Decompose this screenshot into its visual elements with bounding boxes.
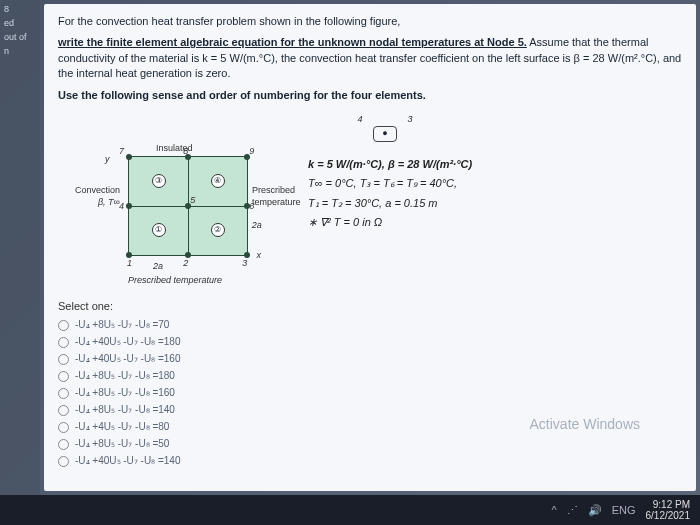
center-circle-icon: ● — [373, 126, 397, 142]
param-k: k = 5 W/(m·°C), β = 28 W/(m²·°C) — [308, 156, 472, 174]
dim-2a-b: 2a — [153, 260, 278, 273]
n7: 7 — [119, 145, 124, 158]
taskbar[interactable]: ^ ⋰ 🔊 ENG 9:12 PM 6/12/2021 — [0, 495, 700, 525]
sound-icon[interactable]: 🔊 — [588, 504, 602, 517]
radio-icon[interactable] — [58, 354, 69, 365]
n6: 6 — [249, 200, 254, 213]
y-axis: y — [105, 153, 110, 166]
lang-indicator[interactable]: ENG — [612, 504, 636, 516]
option-2[interactable]: -U₄ +40U₅ -U₇ -U₈ =160 — [58, 352, 682, 366]
radio-icon[interactable] — [58, 422, 69, 433]
option-7[interactable]: -U₄ +8U₅ -U₇ -U₈ =50 — [58, 437, 682, 451]
n9: 9 — [249, 145, 254, 158]
param-gov: ∗ ∇² T = 0 in Ω — [308, 214, 472, 232]
tray-up-icon[interactable]: ^ — [551, 504, 556, 516]
radio-icon[interactable] — [58, 405, 69, 416]
radio-icon[interactable] — [58, 371, 69, 382]
instruction: Use the following sense and order of num… — [58, 88, 682, 103]
parameters: k = 5 W/(m·°C), β = 28 W/(m²·°C) T∞ = 0°… — [308, 156, 472, 234]
radio-icon[interactable] — [58, 320, 69, 331]
prompt-line1: For the convection heat transfer problem… — [58, 14, 682, 29]
option-1[interactable]: -U₄ +40U₅ -U₇ -U₈ =180 — [58, 335, 682, 349]
option-0[interactable]: -U₄ +8U₅ -U₇ -U₈ =70 — [58, 318, 682, 332]
node-3-top: 3 — [408, 114, 413, 124]
radio-icon[interactable] — [58, 439, 69, 450]
clock[interactable]: 9:12 PM 6/12/2021 — [646, 499, 691, 521]
grid-box: ③ ④ ① ② 7 8 9 4 5 — [128, 156, 248, 256]
mesh-diagram: Insulated Convection β, T∞ Prescribed te… — [98, 156, 278, 287]
radio-icon[interactable] — [58, 388, 69, 399]
status-ed: ed — [4, 18, 36, 28]
param-t1: T₁ = T₂ = 30°C, a = 0.15 m — [308, 195, 472, 213]
n1: 1 — [127, 257, 132, 270]
radio-icon[interactable] — [58, 337, 69, 348]
n8: 8 — [183, 145, 188, 158]
elem-1: ① — [152, 223, 166, 237]
status-n: n — [4, 46, 36, 56]
elem-3: ③ — [152, 174, 166, 188]
radio-icon[interactable] — [58, 456, 69, 467]
status-outof: out of — [4, 32, 36, 42]
param-tinf: T∞ = 0°C, T₃ = T₆ = T₉ = 40°C, — [308, 175, 472, 193]
question-sidebar: 8 ed out of n — [0, 0, 40, 495]
mark-badge: 8 — [4, 4, 36, 14]
wifi-icon[interactable]: ⋰ — [567, 504, 578, 517]
dim-2a-r: 2a — [252, 219, 262, 232]
activate-windows-watermark: Activate Windows — [530, 415, 640, 435]
node-4-top: 4 — [357, 114, 362, 124]
prompt-line2: write the finite element algebraic equat… — [58, 35, 682, 81]
option-4[interactable]: -U₄ +8U₅ -U₇ -U₈ =160 — [58, 386, 682, 400]
question-content: For the convection heat transfer problem… — [44, 4, 696, 491]
option-3[interactable]: -U₄ +8U₅ -U₇ -U₈ =180 — [58, 369, 682, 383]
option-8[interactable]: -U₄ +40U₅ -U₇ -U₈ =140 — [58, 454, 682, 468]
app-screen: 8 ed out of n For the convection heat tr… — [0, 0, 700, 495]
prescribed-label: Prescribed temperature — [252, 184, 301, 209]
figure-area: Insulated Convection β, T∞ Prescribed te… — [98, 156, 682, 287]
convection-label: Convection β, T∞ — [60, 184, 120, 209]
prompt-underline: write the finite element algebraic equat… — [58, 36, 527, 48]
elem-2: ② — [211, 223, 225, 237]
select-one-label: Select one: — [58, 299, 682, 314]
n4: 4 — [119, 200, 124, 213]
n5: 5 — [190, 194, 195, 207]
elem-4: ④ — [211, 174, 225, 188]
prescribed-bottom: Prescribed temperature — [128, 274, 278, 287]
options-block: Select one: -U₄ +8U₅ -U₇ -U₈ =70 -U₄ +40… — [58, 299, 682, 468]
